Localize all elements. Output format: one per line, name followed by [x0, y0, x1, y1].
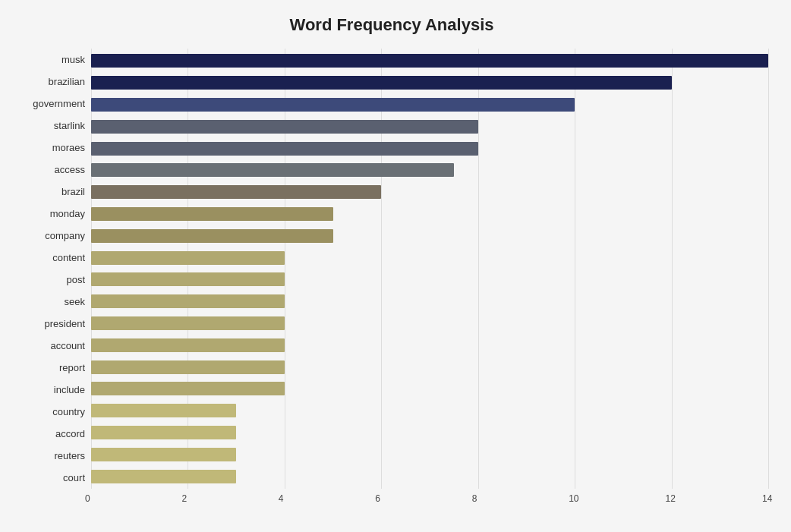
- bar: [91, 229, 333, 243]
- x-tick: 6: [375, 493, 380, 504]
- bar-row: [91, 184, 768, 200]
- chart-container: Word Frequency Analysis muskbraziliangov…: [0, 0, 791, 532]
- chart-title: Word Frequency Analysis: [15, 15, 768, 35]
- y-label: accord: [15, 429, 85, 439]
- y-label: reuters: [15, 451, 85, 461]
- grid-line: [768, 49, 769, 489]
- bar: [91, 382, 285, 395]
- bar-row: [91, 96, 768, 113]
- x-tick: 10: [569, 493, 578, 504]
- bar-row: [91, 424, 768, 441]
- y-label: post: [15, 275, 85, 285]
- bar: [91, 470, 236, 483]
- y-label: account: [15, 341, 85, 351]
- bar: [91, 120, 478, 134]
- bar-row: [91, 140, 768, 157]
- y-label: brazil: [15, 187, 85, 197]
- bar: [91, 54, 768, 68]
- y-label: government: [15, 99, 85, 109]
- bar: [91, 251, 285, 265]
- bar: [91, 272, 285, 286]
- bar: [91, 338, 285, 352]
- y-label: report: [15, 363, 85, 373]
- y-label: include: [15, 385, 85, 395]
- x-tick: 14: [762, 493, 772, 504]
- y-axis: muskbraziliangovernmentstarlinkmoraesacc…: [15, 49, 91, 489]
- x-tick: 0: [85, 493, 90, 504]
- bar-row: [91, 359, 768, 376]
- y-label: starlink: [15, 121, 85, 131]
- y-label: access: [15, 165, 85, 175]
- bar-row: [91, 271, 768, 288]
- x-tick: 12: [666, 493, 676, 504]
- bar: [91, 142, 478, 156]
- y-label: company: [15, 231, 85, 241]
- bar-row: [91, 402, 768, 419]
- y-label: content: [15, 253, 85, 263]
- bar-row: [91, 250, 768, 266]
- chart-area: muskbraziliangovernmentstarlinkmoraesacc…: [15, 49, 768, 489]
- y-label: moraes: [15, 143, 85, 153]
- bar-row: [91, 118, 768, 135]
- bar: [91, 404, 236, 417]
- x-tick: 8: [472, 493, 477, 504]
- x-tick: 4: [279, 493, 284, 504]
- y-label: court: [15, 473, 85, 483]
- y-label: seek: [15, 297, 85, 307]
- bars-and-grid: [91, 49, 768, 489]
- bar: [91, 98, 575, 112]
- y-label: country: [15, 407, 85, 417]
- bar-row: [91, 52, 768, 69]
- y-label: monday: [15, 209, 85, 219]
- bar: [91, 316, 285, 330]
- bar-row: [91, 337, 768, 354]
- bar-row: [91, 446, 768, 463]
- y-label: brazilian: [15, 77, 85, 87]
- bar-row: [91, 206, 768, 222]
- bar: [91, 448, 236, 461]
- bar-row: [91, 162, 768, 178]
- bar-row: [91, 380, 768, 397]
- bar-row: [91, 315, 768, 332]
- bar-row: [91, 468, 768, 485]
- bar: [91, 185, 381, 199]
- bar-row: [91, 74, 768, 91]
- bar: [91, 207, 333, 221]
- x-tick: 2: [181, 493, 187, 504]
- bar: [91, 76, 672, 90]
- y-label: musk: [15, 55, 85, 65]
- bar: [91, 294, 285, 308]
- bar: [91, 360, 285, 374]
- bar-row: [91, 293, 768, 310]
- bar: [91, 426, 236, 439]
- bar: [91, 163, 454, 177]
- y-label: president: [15, 319, 85, 329]
- x-axis: 02468101214: [91, 493, 768, 508]
- bar-row: [91, 228, 768, 244]
